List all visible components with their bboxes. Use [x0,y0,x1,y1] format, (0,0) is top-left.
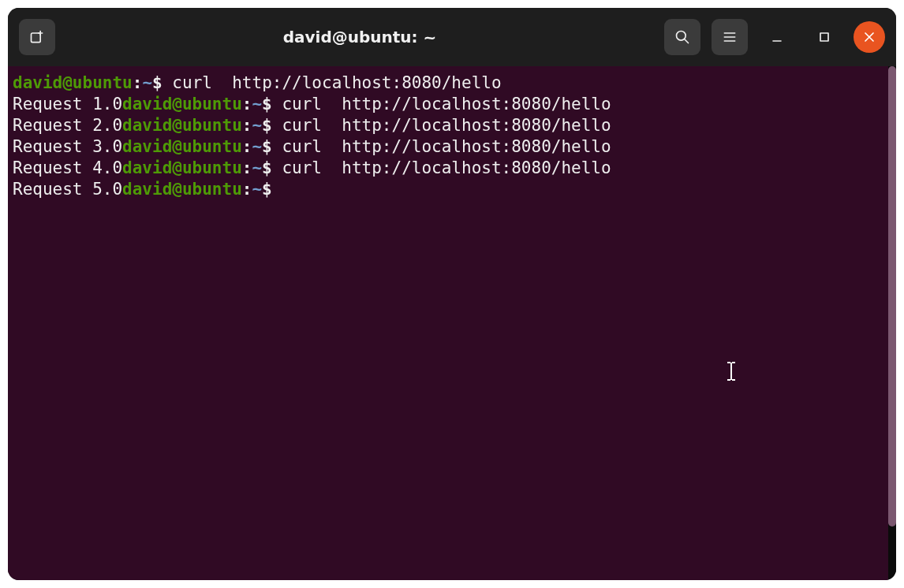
prompt-user: david@ubuntu [122,137,242,156]
terminal-window: david@ubuntu: ~ [8,8,896,580]
scrollbar-thumb[interactable] [888,66,896,527]
maximize-icon [816,29,832,45]
terminal-area[interactable]: david@ubuntu:~$ curl http://localhost:80… [8,66,888,580]
prompt-user: david@ubuntu [13,73,133,92]
titlebar: david@ubuntu: ~ [8,8,896,66]
new-tab-icon [29,29,45,45]
minimize-button[interactable] [759,19,795,55]
text-cursor-icon [645,340,658,360]
svg-rect-0 [32,33,41,43]
new-tab-button[interactable] [19,19,55,55]
prompt-user: david@ubuntu [122,180,242,199]
window-title: david@ubuntu: ~ [55,28,664,47]
svg-rect-2 [820,33,828,41]
search-button[interactable] [664,19,700,55]
minimize-icon [769,29,785,45]
output-line: Request 1.0 [13,95,122,114]
menu-button[interactable] [712,19,748,55]
prompt-user: david@ubuntu [122,116,242,135]
output-line: Request 2.0 [13,116,122,135]
close-button[interactable] [854,21,885,53]
output-line: Request 4.0 [13,158,122,177]
output-line: Request 5.0 [13,180,122,199]
command-text: curl http://localhost:8080/hello [282,116,611,135]
command-text: curl http://localhost:8080/hello [282,137,611,156]
prompt-user: david@ubuntu [122,95,242,114]
command-text: curl http://localhost:8080/hello [172,73,501,92]
prompt-path: ~ [142,73,152,92]
maximize-button[interactable] [806,19,842,55]
hamburger-icon [722,29,738,45]
output-line: Request 3.0 [13,137,122,156]
scrollbar[interactable] [888,66,896,580]
prompt-sep1: : [133,73,143,92]
close-icon [861,29,877,45]
search-icon [674,29,690,45]
command-text: curl http://localhost:8080/hello [282,158,611,177]
prompt-sep2: $ [152,73,162,92]
command-text: curl http://localhost:8080/hello [282,95,611,114]
prompt-user: david@ubuntu [122,158,242,177]
